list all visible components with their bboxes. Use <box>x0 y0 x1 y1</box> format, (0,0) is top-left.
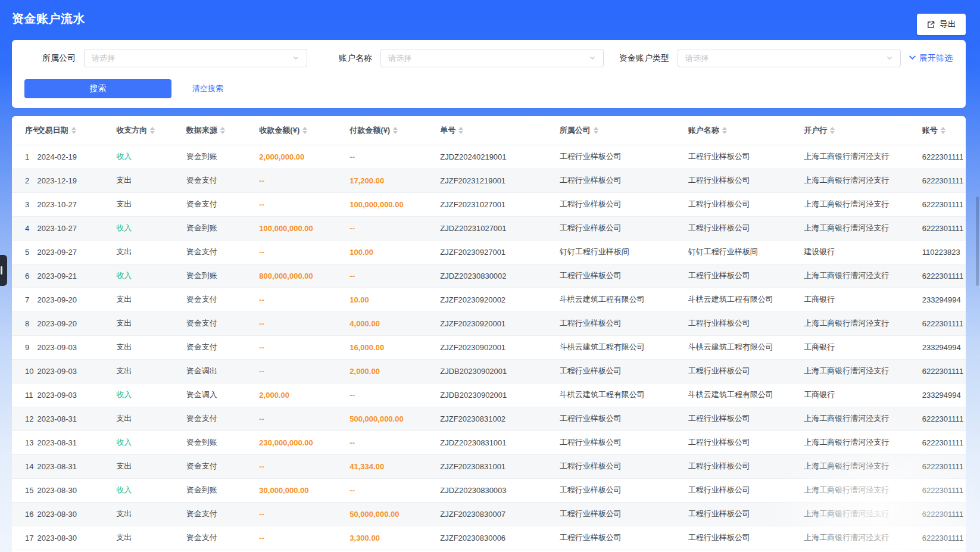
cell-company: 钉钉工程行业样板间 <box>560 240 688 264</box>
cell-account-name: 工程行业样板公司 <box>688 431 804 454</box>
cell-account-name: 工程行业样板公司 <box>688 407 804 431</box>
company-select[interactable]: 请选择 <box>84 49 307 67</box>
cell-payment-amount: 100.00 <box>349 240 440 264</box>
column-header-receipt-amount[interactable]: 收款金额(¥) <box>259 116 349 145</box>
table-row: 92023-09-03支出资金支付--16,000.00ZJZF20230902… <box>12 335 966 359</box>
cell-company: 工程行业样板公司 <box>560 431 688 454</box>
cell-payment-amount: 100,000,000.00 <box>349 192 440 216</box>
cell-direction: 支出 <box>116 288 186 311</box>
column-header-bank[interactable]: 开户行 <box>804 116 922 145</box>
cell-index: 2 <box>12 169 38 192</box>
cell-bank: 工商银行 <box>804 288 922 311</box>
cell-index: 14 <box>12 454 38 478</box>
cell-order-no: ZJZF20230831001 <box>440 454 560 478</box>
table-row: 102023-09-03支出资金调出--2,000.00ZJDB20230902… <box>12 359 966 383</box>
column-label: 账号 <box>922 125 938 136</box>
cell-data-source: 资金支付 <box>186 240 260 264</box>
cell-data-source: 资金到账 <box>186 431 260 454</box>
column-header-account-name[interactable]: 账户名称 <box>688 116 804 145</box>
expand-filters-link[interactable]: 展开筛选 <box>909 53 953 64</box>
column-header-company[interactable]: 所属公司 <box>560 116 688 145</box>
cell-order-no: ZJZF20230830007 <box>440 502 560 526</box>
fund-account-type-select-placeholder: 请选择 <box>685 53 709 64</box>
export-button[interactable]: 导出 <box>917 14 966 35</box>
transactions-table-card: 序号交易日期收支方向数据来源收款金额(¥)付款金额(¥)单号所属公司账户名称开户… <box>12 116 966 552</box>
chevron-down-icon <box>589 53 596 64</box>
cell-bank: 上海工商银行漕河泾支行 <box>804 264 922 288</box>
side-drawer-handle[interactable] <box>0 255 7 286</box>
column-label: 账户名称 <box>688 125 719 136</box>
sort-caret-icon[interactable] <box>220 127 225 134</box>
cell-company: 工程行业样板公司 <box>560 264 688 288</box>
fund-account-type-filter-label: 资金账户类型 <box>619 53 669 64</box>
page-header: 资金账户流水 导出 <box>0 0 980 37</box>
column-header-account-no[interactable]: 账号 <box>922 116 966 145</box>
cell-trade-date: 2023-12-19 <box>38 169 117 192</box>
cell-direction: 支出 <box>116 240 186 264</box>
chevron-down-icon <box>886 53 893 64</box>
account-name-select[interactable]: 请选择 <box>380 49 604 67</box>
cell-receipt-amount: 2,000.00 <box>259 383 349 407</box>
sort-caret-icon[interactable] <box>722 127 727 134</box>
cell-account-name: 工程行业样板公司 <box>688 502 804 526</box>
cell-account-name: 工程行业样板公司 <box>688 216 804 240</box>
cell-company: 斗栱云建筑工程有限公司 <box>560 335 688 359</box>
cell-trade-date: 2023-08-31 <box>38 454 117 478</box>
cell-trade-date: 2023-08-31 <box>38 431 117 454</box>
sort-caret-icon[interactable] <box>830 127 835 134</box>
cell-account-no: 6222301111 <box>922 311 966 335</box>
column-header-data-source[interactable]: 数据来源 <box>186 116 260 145</box>
cell-account-name: 斗栱云建筑工程有限公司 <box>688 383 804 407</box>
cell-data-source: 资金支付 <box>186 192 260 216</box>
cell-order-no: ZJDZ20240219001 <box>440 145 560 169</box>
sort-caret-icon[interactable] <box>393 127 398 134</box>
cell-direction: 支出 <box>116 454 186 478</box>
column-header-payment-amount[interactable]: 付款金额(¥) <box>349 116 440 145</box>
cell-receipt-amount: -- <box>259 359 349 383</box>
cell-receipt-amount: 2,000,000.00 <box>259 145 349 169</box>
column-label: 收支方向 <box>116 125 147 136</box>
cell-data-source: 资金到账 <box>186 145 260 169</box>
sort-caret-icon[interactable] <box>941 127 945 134</box>
cell-company: 工程行业样板公司 <box>560 359 688 383</box>
cell-order-no: ZJZF20230920001 <box>440 311 560 335</box>
cell-data-source: 资金到账 <box>186 264 260 288</box>
sort-caret-icon[interactable] <box>594 127 598 134</box>
cell-payment-amount: -- <box>349 383 440 407</box>
column-label: 序号 <box>25 125 38 136</box>
cell-bank: 上海工商银行漕河泾支行 <box>804 478 922 502</box>
cell-payment-amount: -- <box>349 145 440 169</box>
table-row: 82023-09-20支出资金支付--4,000.00ZJZF202309200… <box>12 311 966 335</box>
sort-caret-icon[interactable] <box>302 127 307 134</box>
cell-data-source: 资金支付 <box>186 454 260 478</box>
column-header-direction[interactable]: 收支方向 <box>116 116 186 145</box>
sort-caret-icon[interactable] <box>150 127 155 134</box>
cell-company: 工程行业样板公司 <box>560 454 688 478</box>
cell-bank: 上海工商银行漕河泾支行 <box>804 145 922 169</box>
fund-account-type-select[interactable]: 请选择 <box>678 49 901 67</box>
cell-payment-amount: 3,300.00 <box>349 526 440 550</box>
sort-caret-icon[interactable] <box>458 127 463 134</box>
cell-data-source: 资金支付 <box>186 311 260 335</box>
search-button[interactable]: 搜索 <box>24 79 171 98</box>
clear-search-link[interactable]: 清空搜索 <box>192 83 223 94</box>
cell-account-name: 工程行业样板公司 <box>688 169 804 192</box>
cell-account-no: 233294994 <box>922 288 966 311</box>
cell-company: 工程行业样板公司 <box>560 407 688 431</box>
vertical-scrollbar[interactable] <box>976 197 979 286</box>
table-row: 142023-08-31支出资金支付--41,334.00ZJZF2023083… <box>12 454 966 478</box>
cell-direction: 支出 <box>116 407 186 431</box>
cell-receipt-amount: -- <box>259 502 349 526</box>
column-header-order-no[interactable]: 单号 <box>440 116 560 145</box>
cell-order-no: ZJDZ20230831001 <box>440 431 560 454</box>
table-row: 32023-10-27支出资金支付--100,000,000.00ZJZF202… <box>12 192 966 216</box>
cell-payment-amount: 50,000,000.00 <box>349 502 440 526</box>
cell-order-no: ZJDB20230902001 <box>440 359 560 383</box>
cell-bank: 上海工商银行漕河泾支行 <box>804 526 922 550</box>
cell-data-source: 资金调入 <box>186 383 260 407</box>
cell-payment-amount: 500,000,000.00 <box>349 407 440 431</box>
column-header-index: 序号 <box>12 116 38 145</box>
cell-receipt-amount: 800,000,000.00 <box>259 264 349 288</box>
sort-caret-icon[interactable] <box>71 127 76 134</box>
column-header-trade-date[interactable]: 交易日期 <box>38 116 117 145</box>
